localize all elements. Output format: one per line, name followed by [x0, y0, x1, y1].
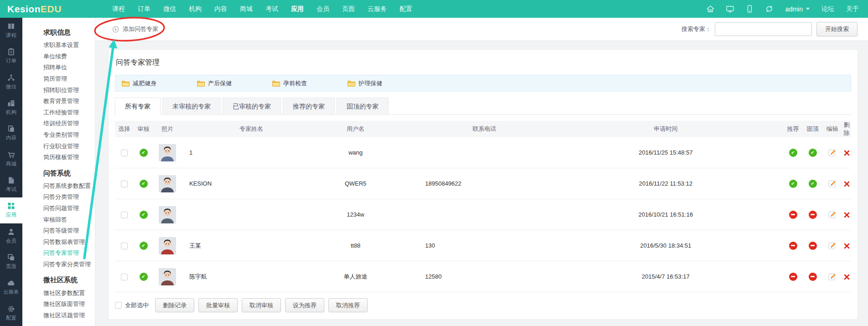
sidebar-item[interactable]: 微社区系统	[43, 276, 95, 284]
top-nav-item[interactable]: 机构	[182, 0, 208, 18]
top-nav-item[interactable]: 微信	[157, 0, 182, 18]
edit-icon[interactable]	[828, 180, 836, 187]
category-item[interactable]: 护理保健	[348, 79, 423, 88]
rail-item[interactable]: 内容	[0, 120, 22, 146]
row-checkbox[interactable]	[121, 181, 128, 187]
admin-user-menu[interactable]: admin	[785, 5, 810, 13]
edit-icon[interactable]	[828, 273, 836, 280]
category-item[interactable]: 孕前检查	[272, 79, 348, 88]
row-checkbox[interactable]	[121, 150, 128, 156]
sidebar-item[interactable]: 微社区话题管理	[43, 310, 95, 321]
sidebar-item[interactable]: 问答专家分类管理	[43, 259, 95, 270]
row-checkbox[interactable]	[121, 274, 128, 280]
rail-item[interactable]: 课程	[0, 18, 22, 43]
sidebar-item[interactable]: 求职基本设置	[43, 40, 95, 51]
sidebar-item[interactable]: 问答系统参数配置	[43, 181, 95, 192]
top-nav-item[interactable]: 考试	[259, 0, 285, 18]
delete-icon[interactable]	[844, 181, 850, 187]
pin-status-icon[interactable]	[809, 211, 817, 219]
recommend-status-icon[interactable]	[789, 149, 797, 157]
expert-tab[interactable]: 未审核的专家	[162, 98, 221, 115]
sidebar-item[interactable]: 微社区版面管理	[43, 299, 95, 310]
mobile-icon[interactable]	[745, 5, 754, 13]
sync-icon[interactable]	[765, 5, 774, 13]
pin-status-icon[interactable]	[809, 180, 817, 188]
bulk-action-button[interactable]: 设为推荐	[285, 298, 324, 312]
edit-icon[interactable]	[828, 242, 836, 249]
sidebar-item[interactable]: 问答问题管理	[43, 203, 95, 214]
about-link[interactable]: 关于	[846, 5, 859, 13]
sidebar-item[interactable]: 教育背景管理	[43, 96, 95, 107]
bulk-action-button[interactable]: 取消推荐	[328, 298, 368, 312]
delete-icon[interactable]	[844, 212, 850, 218]
sidebar-item[interactable]: 专业类别管理	[43, 129, 95, 141]
rail-item[interactable]: 云服务	[0, 274, 22, 300]
sidebar-item[interactable]: 简历模板管理	[43, 152, 95, 163]
bulk-action-button[interactable]: 删除记录	[155, 298, 194, 312]
top-nav-item[interactable]: 会员	[310, 0, 336, 18]
sidebar-item[interactable]: 简历管理	[43, 73, 95, 85]
top-nav-item[interactable]: 应用	[285, 0, 310, 18]
row-checkbox[interactable]	[121, 212, 128, 218]
sidebar-item[interactable]: 问答专家管理	[43, 248, 95, 259]
rail-item[interactable]: 订单	[0, 43, 22, 69]
recommend-status-icon[interactable]	[789, 242, 797, 250]
sidebar-item[interactable]: 问答分类管理	[43, 191, 95, 203]
rail-item[interactable]: 页面	[0, 249, 22, 274]
sidebar-item[interactable]: 求职信息	[43, 28, 95, 36]
top-nav-item[interactable]: 商城	[234, 0, 259, 18]
sidebar-item[interactable]: 审核回答	[43, 214, 95, 225]
rail-item[interactable]: 考试	[0, 172, 22, 197]
forum-link[interactable]: 论坛	[821, 5, 834, 13]
edit-icon[interactable]	[828, 149, 836, 156]
top-nav-item[interactable]: 配置	[393, 0, 419, 18]
top-nav-item[interactable]: 云服务	[361, 0, 393, 18]
expert-tab[interactable]: 推荐的专家	[283, 98, 335, 115]
start-search-button[interactable]: 开始搜索	[816, 22, 858, 36]
monitor-icon[interactable]	[726, 5, 734, 13]
sidebar-item[interactable]: 招聘单位	[43, 62, 95, 73]
rail-item[interactable]: 微信	[0, 69, 22, 95]
sidebar-item[interactable]: 培训经历管理	[43, 118, 95, 129]
top-nav-item[interactable]: 内容	[208, 0, 234, 18]
delete-icon[interactable]	[844, 274, 850, 280]
home-icon[interactable]	[706, 5, 715, 13]
row-checkbox[interactable]	[121, 243, 128, 249]
select-all-control[interactable]: 全部选中	[115, 301, 149, 310]
sidebar-item[interactable]: 微社区参数配置	[43, 287, 95, 299]
sidebar-item[interactable]: 工作经验管理	[43, 107, 95, 119]
sidebar-item[interactable]: 问答数据表管理	[43, 237, 95, 248]
rail-item[interactable]: 应用	[0, 197, 22, 223]
recommend-status-icon[interactable]	[789, 273, 797, 281]
top-nav-item[interactable]: 订单	[131, 0, 157, 18]
sidebar-item[interactable]: 行业职业管理	[43, 140, 95, 152]
sidebar-item[interactable]: 单位续费	[43, 51, 95, 62]
top-nav-item[interactable]: 页面	[336, 0, 361, 18]
bulk-action-button[interactable]: 取消审核	[242, 298, 281, 312]
sidebar-item[interactable]: 问答系统	[43, 169, 95, 177]
expert-tab[interactable]: 固顶的专家	[337, 98, 389, 115]
recommend-status-icon[interactable]	[789, 180, 797, 188]
edit-icon[interactable]	[828, 211, 836, 218]
search-expert-input[interactable]	[715, 22, 812, 36]
category-item[interactable]: 产后保健	[197, 79, 272, 88]
sidebar-item[interactable]: 问答等级管理	[43, 225, 95, 237]
add-expert-button[interactable]: 添加问答专家	[112, 25, 158, 33]
delete-icon[interactable]	[844, 243, 850, 249]
rail-item[interactable]: 机构	[0, 95, 22, 120]
rail-item[interactable]: 会员	[0, 223, 22, 249]
pin-status-icon[interactable]	[809, 273, 817, 281]
expert-tab[interactable]: 所有专家	[115, 98, 161, 115]
bulk-action-button[interactable]: 批量审核	[198, 298, 238, 312]
delete-icon[interactable]	[844, 150, 850, 156]
recommend-status-icon[interactable]	[789, 211, 797, 219]
select-all-checkbox[interactable]	[115, 302, 122, 309]
sidebar-item[interactable]: 招聘职位管理	[43, 84, 95, 96]
category-item[interactable]: 减肥健身	[122, 79, 197, 88]
pin-status-icon[interactable]	[809, 242, 817, 250]
top-nav-item[interactable]: 课程	[106, 0, 131, 18]
rail-item[interactable]: 商城	[0, 146, 22, 172]
pin-status-icon[interactable]	[809, 149, 817, 157]
rail-item[interactable]: 配置	[0, 300, 22, 326]
expert-tab[interactable]: 已审核的专家	[223, 98, 281, 115]
